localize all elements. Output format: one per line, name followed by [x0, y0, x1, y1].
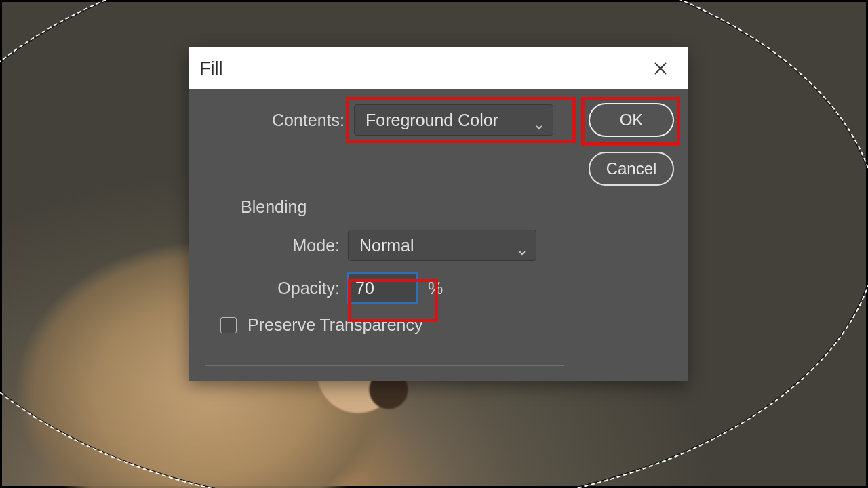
blending-legend: Blending — [235, 197, 312, 217]
blending-content: Mode: Normal Opacity: % Preserve Tr — [205, 209, 564, 346]
blending-fieldset: Blending Mode: Normal Opacity: % — [205, 209, 564, 366]
close-button[interactable] — [647, 55, 674, 82]
fill-dialog: Fill Contents: Foreground Color OK Cance… — [189, 47, 688, 381]
mode-row: Mode: Normal — [218, 230, 551, 261]
contents-dropdown[interactable]: Foreground Color — [354, 104, 553, 136]
ok-button[interactable]: OK — [589, 103, 674, 137]
contents-label: Contents: — [202, 110, 344, 130]
cancel-label: Cancel — [606, 159, 657, 178]
contents-value: Foreground Color — [366, 110, 498, 130]
mode-dropdown[interactable]: Normal — [348, 230, 536, 261]
cancel-button[interactable]: Cancel — [589, 152, 674, 186]
opacity-unit: % — [428, 279, 443, 298]
dialog-title: Fill — [199, 58, 223, 79]
dialog-body: Contents: Foreground Color OK Cancel Ble… — [189, 89, 688, 381]
mode-label: Mode: — [218, 236, 340, 256]
dialog-titlebar: Fill — [189, 47, 688, 89]
dialog-buttons: OK Cancel — [589, 103, 674, 186]
chevron-down-icon — [518, 241, 526, 249]
ok-label: OK — [620, 110, 644, 129]
close-icon — [653, 61, 668, 76]
preserve-transparency-row: Preserve Transparency — [220, 315, 551, 335]
opacity-input[interactable] — [348, 273, 417, 303]
preserve-transparency-checkbox[interactable] — [220, 317, 237, 333]
mode-value: Normal — [359, 236, 414, 256]
preserve-transparency-label: Preserve Transparency — [248, 315, 422, 335]
opacity-row: Opacity: % — [218, 273, 551, 303]
chevron-down-icon — [535, 116, 543, 124]
opacity-label: Opacity: — [218, 279, 340, 298]
